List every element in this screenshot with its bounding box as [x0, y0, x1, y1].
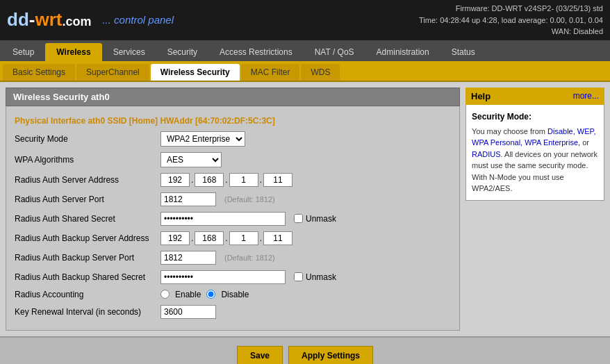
help-title: Help — [471, 91, 491, 101]
radius-accounting-disable-radio[interactable] — [206, 290, 215, 299]
radius-auth-backup-server-address-label: Radius Auth Backup Server Address — [15, 233, 160, 243]
ip-octet-3[interactable] — [229, 173, 258, 187]
sub-tabs: Basic Settings SuperChannel Wireless Sec… — [0, 61, 610, 82]
ip-octet-2[interactable] — [195, 173, 224, 187]
nav-tab-security[interactable]: Security — [156, 43, 208, 61]
main-content: Wireless Security ath0 Physical Interfac… — [0, 82, 610, 336]
radius-auth-backup-shared-secret-control: Unmask — [160, 270, 336, 284]
nav-tab-access-restrictions[interactable]: Access Restrictions — [208, 43, 304, 61]
key-renewal-interval-row: Key Renewal Interval (in seconds) — [12, 305, 454, 319]
help-body: Security Mode: You may choose from Disab… — [465, 105, 604, 201]
security-mode-control: Disable WEP WPA Personal WPA2 Personal W… — [160, 131, 245, 147]
sub-tab-mac-filter[interactable]: MAC Filter — [241, 64, 300, 81]
port-default-note: (Default: 1812) — [224, 195, 275, 204]
logo-area: dd-wrt.com ... control panel — [7, 9, 174, 31]
nav-tab-services[interactable]: Services — [102, 43, 156, 61]
radius-auth-server-address-control: . . . — [160, 173, 292, 187]
key-renewal-interval-label: Key Renewal Interval (in seconds) — [15, 307, 160, 317]
control-panel-label: ... control panel — [102, 14, 174, 26]
panel-header: Wireless Security ath0 — [6, 88, 460, 106]
radius-auth-shared-secret-input[interactable] — [160, 212, 286, 226]
help-header: Help more... — [465, 88, 604, 105]
radius-auth-backup-server-port-control: (Default: 1812) — [160, 251, 275, 265]
help-more-link[interactable]: more... — [573, 91, 599, 101]
radius-accounting-control: Enable Disable — [160, 290, 249, 299]
backup-ip-octet-2[interactable] — [195, 231, 224, 245]
nav-tab-nat-qos[interactable]: NAT / QoS — [304, 43, 365, 61]
key-renewal-interval-control — [160, 305, 216, 319]
nav-tab-administration[interactable]: Administration — [365, 43, 440, 61]
disable-label: Disable — [221, 290, 249, 299]
help-text: You may choose from Disable, WEP, WPA Pe… — [472, 126, 598, 195]
interface-title: Physical Interface ath0 SSID [Home] HWAd… — [12, 112, 454, 131]
security-mode-row: Security Mode Disable WEP WPA Personal W… — [12, 131, 454, 147]
nav-tab-status[interactable]: Status — [440, 43, 486, 61]
firmware-line: Firmware: DD-WRT v24SP2- (03/25/13) std — [419, 3, 603, 15]
footer-area: Save Apply Settings — [0, 336, 610, 365]
ip-octet-4[interactable] — [263, 173, 292, 187]
radius-auth-server-address-label: Radius Auth Server Address — [15, 175, 160, 185]
radius-auth-server-port-label: Radius Auth Server Port — [15, 195, 160, 204]
security-mode-label: Security Mode — [15, 134, 160, 144]
top-header: dd-wrt.com ... control panel Firmware: D… — [0, 0, 610, 40]
left-panel: Wireless Security ath0 Physical Interfac… — [6, 88, 460, 331]
radius-auth-server-address-row: Radius Auth Server Address . . . — [12, 173, 454, 187]
key-renewal-interval-input[interactable] — [160, 305, 216, 319]
backup-ip-octet-1[interactable] — [160, 231, 190, 245]
sub-tab-wds[interactable]: WDS — [301, 64, 340, 81]
panel-body: Physical Interface ath0 SSID [Home] HWAd… — [6, 106, 460, 331]
nav-tab-setup[interactable]: Setup — [1, 43, 45, 61]
wan-line: WAN: Disabled — [419, 26, 603, 38]
wpa-algorithms-label: WPA Algorithms — [15, 155, 160, 165]
wpa-algorithms-select[interactable]: AES TKIP TKIP+AES — [160, 152, 222, 167]
backup-port-default-note: (Default: 1812) — [224, 254, 275, 262]
backup-ip-octet-4[interactable] — [263, 231, 292, 245]
wpa-algorithms-row: WPA Algorithms AES TKIP TKIP+AES — [12, 152, 454, 167]
radius-auth-shared-secret-unmask-checkbox[interactable] — [294, 214, 303, 223]
ip-octet-1[interactable] — [160, 173, 190, 187]
radius-auth-backup-server-address-row: Radius Auth Backup Server Address . . . — [12, 231, 454, 245]
radius-auth-backup-server-port-row: Radius Auth Backup Server Port (Default:… — [12, 251, 454, 265]
help-section-title: Security Mode: — [472, 110, 598, 123]
radius-auth-backup-shared-secret-input[interactable] — [160, 270, 286, 284]
radius-auth-backup-server-port-label: Radius Auth Backup Server Port — [15, 253, 160, 263]
sub-tab-basic-settings[interactable]: Basic Settings — [3, 64, 75, 81]
sub-tab-superchannel[interactable]: SuperChannel — [76, 64, 149, 81]
apply-settings-button[interactable]: Apply Settings — [288, 346, 373, 365]
radius-auth-backup-shared-secret-row: Radius Auth Backup Shared Secret Unmask — [12, 270, 454, 284]
radius-auth-backup-shared-secret-unmask-checkbox[interactable] — [294, 272, 303, 281]
radius-auth-shared-secret-row: Radius Auth Shared Secret Unmask — [12, 212, 454, 226]
logo: dd-wrt.com — [7, 9, 91, 31]
radius-auth-backup-server-address-control: . . . — [160, 231, 292, 245]
nav-tabs: Setup Wireless Services Security Access … — [0, 40, 610, 61]
security-mode-select[interactable]: Disable WEP WPA Personal WPA2 Personal W… — [160, 131, 245, 147]
panel-title: Wireless Security ath0 — [13, 92, 110, 102]
radius-auth-server-port-control: (Default: 1812) — [160, 192, 275, 206]
nav-tab-wireless[interactable]: Wireless — [45, 43, 101, 61]
radius-accounting-label: Radius Accounting — [15, 290, 160, 299]
radius-auth-shared-secret-control: Unmask — [160, 212, 336, 226]
radius-accounting-row: Radius Accounting Enable Disable — [12, 290, 454, 299]
radius-auth-server-port-row: Radius Auth Server Port (Default: 1812) — [12, 192, 454, 206]
radius-auth-shared-secret-label: Radius Auth Shared Secret — [15, 214, 160, 224]
sub-tab-wireless-security[interactable]: Wireless Security — [151, 64, 240, 81]
firmware-info: Firmware: DD-WRT v24SP2- (03/25/13) std … — [419, 3, 603, 38]
unmask-label-2: Unmask — [306, 272, 336, 282]
backup-ip-octet-3[interactable] — [229, 231, 258, 245]
radius-auth-server-port-input[interactable] — [160, 192, 216, 206]
save-button[interactable]: Save — [237, 346, 283, 365]
radius-auth-backup-shared-secret-label: Radius Auth Backup Shared Secret — [15, 272, 160, 282]
radius-accounting-enable-radio[interactable] — [160, 290, 170, 299]
enable-label: Enable — [175, 290, 201, 299]
wpa-algorithms-control: AES TKIP TKIP+AES — [160, 152, 222, 167]
radius-auth-backup-server-port-input[interactable] — [160, 251, 216, 265]
help-panel: Help more... Security Mode: You may choo… — [465, 88, 604, 331]
time-line: Time: 04:28:44 up 4:28, load average: 0.… — [419, 15, 603, 26]
unmask-label-1: Unmask — [306, 214, 336, 224]
